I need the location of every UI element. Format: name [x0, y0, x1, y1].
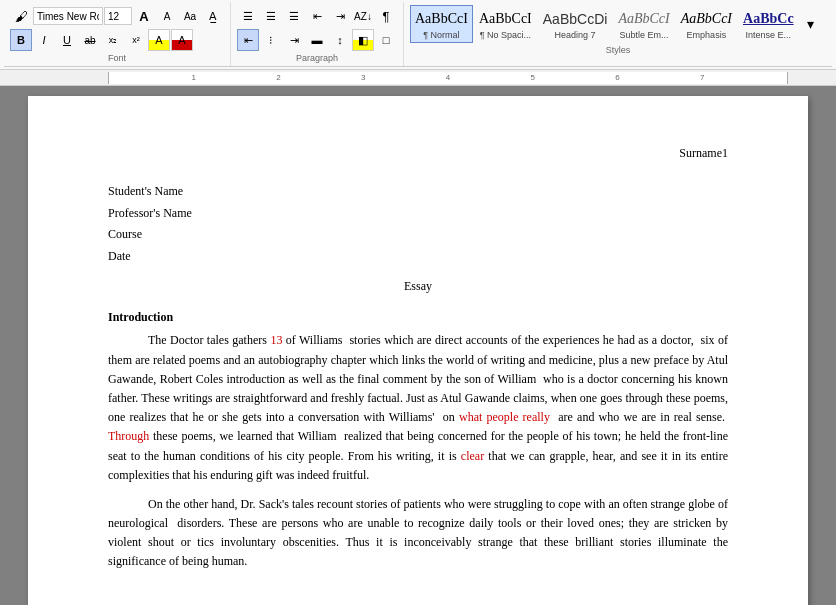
date: Date — [108, 246, 728, 268]
align-left-btn[interactable]: ⇤ — [237, 29, 259, 51]
course: Course — [108, 224, 728, 246]
style-intense-label: Intense E... — [746, 30, 792, 40]
ruler: 1 2 3 4 5 6 7 — [0, 70, 836, 86]
increase-indent-btn[interactable]: ⇥ — [329, 5, 351, 27]
show-para-btn[interactable]: ¶ — [375, 5, 397, 27]
font-color-btn[interactable]: A — [171, 29, 193, 51]
style-emphasis-card[interactable]: AaBbCcI Emphasis — [676, 5, 737, 43]
decrease-indent-btn[interactable]: ⇤ — [306, 5, 328, 27]
bold-btn[interactable]: B — [10, 29, 32, 51]
doc-meta: Student's Name Professor's Name Course D… — [108, 181, 728, 267]
line-spacing-btn[interactable]: ↕ — [329, 29, 351, 51]
underline-btn[interactable]: U — [56, 29, 78, 51]
style-h7-label: Heading 7 — [555, 30, 596, 40]
align-right-btn[interactable]: ⇥ — [283, 29, 305, 51]
style-normal-preview: AaBbCcI — [415, 8, 468, 30]
doc-header-right: Surname1 — [108, 146, 728, 161]
para-bottom-row: ⇤ ⁝ ⇥ ▬ ↕ ◧ □ — [237, 29, 397, 51]
surname-header: Surname1 — [679, 146, 728, 160]
ruler-mark-3: 3 — [361, 73, 365, 82]
grow-font-btn[interactable]: A — [133, 5, 155, 27]
document-area: Surname1 Student's Name Professor's Name… — [0, 86, 836, 605]
font-name-row: 🖌 A A Aa A̲ — [10, 5, 224, 27]
ruler-mark-4: 4 — [446, 73, 450, 82]
styles-items-row: AaBbCcI ¶ Normal AaBbCcI ¶ No Spaci... A… — [410, 5, 826, 43]
shrink-font-btn[interactable]: A — [156, 5, 178, 27]
highlight-13: 13 — [270, 333, 282, 347]
styles-section-label: Styles — [410, 45, 826, 55]
bullets-btn[interactable]: ☰ — [237, 5, 259, 27]
paragraph-2[interactable]: On the other hand, Dr. Sack's tales reco… — [108, 495, 728, 572]
professor-name: Professor's Name — [108, 203, 728, 225]
ruler-mark-5: 5 — [531, 73, 535, 82]
highlight-btn[interactable]: A — [148, 29, 170, 51]
shading-btn[interactable]: ◧ — [352, 29, 374, 51]
style-intense-preview: AaBbCc — [743, 8, 794, 30]
para-top-row: ☰ ☰ ☰ ⇤ ⇥ AZ↓ ¶ — [237, 5, 397, 27]
ruler-mark-6: 6 — [615, 73, 619, 82]
highlight-what-people: what people really — [459, 410, 550, 424]
introduction-heading: Introduction — [108, 310, 728, 325]
style-subtle-label: Subtle Em... — [620, 30, 669, 40]
sort-btn[interactable]: AZ↓ — [352, 5, 374, 27]
highlight-clear: clear — [461, 449, 484, 463]
multilevel-btn[interactable]: ☰ — [283, 5, 305, 27]
numbering-btn[interactable]: ☰ — [260, 5, 282, 27]
style-emphasis-label: Emphasis — [687, 30, 727, 40]
styles-scroll-down-btn[interactable]: ▾ — [800, 13, 822, 35]
doc-title: Essay — [108, 279, 728, 294]
highlight-through: Through — [108, 429, 149, 443]
ruler-mark-2: 2 — [276, 73, 280, 82]
font-format-row: B I U ab x₂ x² A A — [10, 29, 224, 51]
borders-btn[interactable]: □ — [375, 29, 397, 51]
style-normal-label: ¶ Normal — [423, 30, 459, 40]
align-center-btn[interactable]: ⁝ — [260, 29, 282, 51]
style-nospace-preview: AaBbCcI — [479, 8, 532, 30]
essay-title: Essay — [404, 279, 432, 293]
document-page[interactable]: Surname1 Student's Name Professor's Name… — [28, 96, 808, 605]
italic-btn[interactable]: I — [33, 29, 55, 51]
ruler-inner: 1 2 3 4 5 6 7 — [108, 72, 788, 84]
copy-format-btn[interactable]: 🖌 — [10, 5, 32, 27]
style-h7-preview: AaBbCcDi — [543, 8, 608, 30]
clear-format-btn[interactable]: A̲ — [202, 5, 224, 27]
subscript-btn[interactable]: x₂ — [102, 29, 124, 51]
style-normal-card[interactable]: AaBbCcI ¶ Normal — [410, 5, 473, 43]
para-section-label: Paragraph — [237, 53, 397, 63]
font-size-input[interactable] — [104, 7, 132, 25]
ruler-mark-1: 1 — [192, 73, 196, 82]
style-nospace-card[interactable]: AaBbCcI ¶ No Spaci... — [474, 5, 537, 43]
superscript-btn[interactable]: x² — [125, 29, 147, 51]
toolbar: 🖌 A A Aa A̲ B I U ab x₂ x² A A Font — [0, 0, 836, 70]
style-heading7-card[interactable]: AaBbCcDi Heading 7 — [538, 5, 613, 43]
font-section: 🖌 A A Aa A̲ B I U ab x₂ x² A A Font — [4, 2, 231, 66]
justify-btn[interactable]: ▬ — [306, 29, 328, 51]
ruler-mark-7: 7 — [700, 73, 704, 82]
font-name-input[interactable] — [33, 7, 103, 25]
change-case-btn[interactable]: Aa — [179, 5, 201, 27]
style-subtle-preview: AaBbCcI — [618, 8, 669, 30]
font-section-label: Font — [10, 53, 224, 63]
toolbar-combined-row: 🖌 A A Aa A̲ B I U ab x₂ x² A A Font — [4, 2, 832, 67]
paragraph-1[interactable]: The Doctor tales gathers 13 of Williams … — [108, 331, 728, 485]
style-nospace-label: ¶ No Spaci... — [480, 30, 531, 40]
style-intense-card[interactable]: AaBbCc Intense E... — [738, 5, 799, 43]
style-subtle-card[interactable]: AaBbCcI Subtle Em... — [613, 5, 674, 43]
style-emphasis-preview: AaBbCcI — [681, 8, 732, 30]
para-section: ☰ ☰ ☰ ⇤ ⇥ AZ↓ ¶ ⇤ ⁝ ⇥ ▬ ↕ ◧ □ Paragraph — [231, 2, 404, 66]
styles-section: AaBbCcI ¶ Normal AaBbCcI ¶ No Spaci... A… — [404, 2, 832, 66]
student-name: Student's Name — [108, 181, 728, 203]
strikethrough-btn[interactable]: ab — [79, 29, 101, 51]
